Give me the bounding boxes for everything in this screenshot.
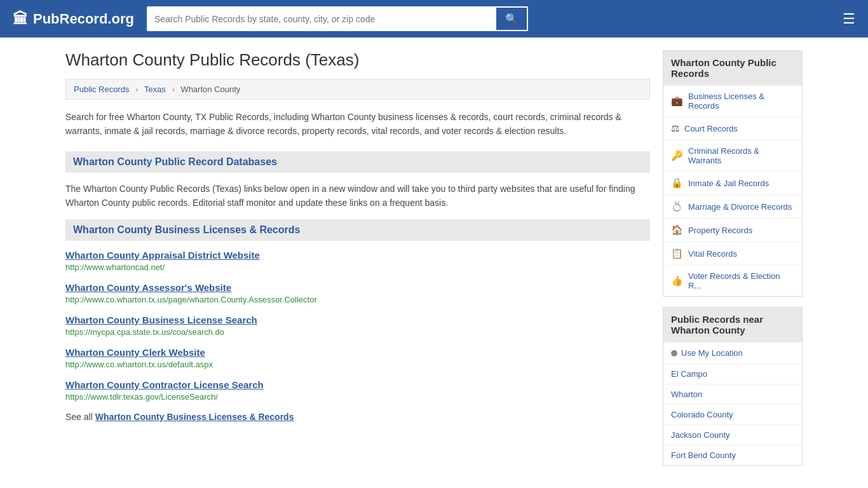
sidebar-label-voter: Voter Records & Election R... xyxy=(688,271,794,290)
marriage-icon: 💍 xyxy=(671,201,683,212)
search-input[interactable] xyxy=(147,6,496,31)
criminal-icon: 🔑 xyxy=(671,150,683,161)
nearby-link-0[interactable]: El Campo xyxy=(663,364,802,384)
sidebar-county-title: Wharton County Public Records xyxy=(663,51,802,85)
sidebar-link-court[interactable]: ⚖ Court Records xyxy=(663,117,802,140)
content-area: Wharton County Public Records (Texas) Pu… xyxy=(65,50,650,476)
vital-icon: 📋 xyxy=(671,248,683,259)
breadcrumb: Public Records › Texas › Wharton County xyxy=(65,79,650,100)
record-title-0[interactable]: Wharton County Appraisal District Websit… xyxy=(65,250,650,261)
voter-icon: 👍 xyxy=(671,275,683,287)
breadcrumb-public-records[interactable]: Public Records xyxy=(74,85,129,94)
business-icon: 💼 xyxy=(671,95,683,107)
record-url-1[interactable]: http://www.co.wharton.tx.us/page/wharton… xyxy=(65,295,650,304)
logo-text: PubRecord.org xyxy=(33,11,134,27)
breadcrumb-sep-2: › xyxy=(172,85,174,94)
sidebar-link-property[interactable]: 🏠 Property Records xyxy=(663,219,802,241)
nearby-item-3[interactable]: Jackson County xyxy=(663,424,802,445)
sidebar-link-business[interactable]: 💼 Business Licenses & Records xyxy=(663,86,802,116)
sidebar-item-inmate[interactable]: 🔒 Inmate & Jail Records xyxy=(663,171,802,194)
main-container: Wharton County Public Records (Texas) Pu… xyxy=(53,37,815,488)
sidebar-link-criminal[interactable]: 🔑 Criminal Records & Warrants xyxy=(663,140,802,171)
record-entry-0: Wharton County Appraisal District Websit… xyxy=(65,250,650,272)
business-section-header: Wharton County Business Licenses & Recor… xyxy=(65,219,650,241)
sidebar-item-court[interactable]: ⚖ Court Records xyxy=(663,116,802,140)
sidebar-label-court: Court Records xyxy=(684,124,738,133)
record-url-2[interactable]: https://mycpa.cpa.state.tx.us/coa/search… xyxy=(65,327,650,337)
see-all-text: See all Wharton County Business Licenses… xyxy=(65,412,650,422)
use-location-link[interactable]: Use My Location xyxy=(663,342,802,363)
record-entry-4: Wharton County Contractor License Search… xyxy=(65,379,650,402)
nearby-link-2[interactable]: Colorado County xyxy=(663,405,802,424)
sidebar-link-voter[interactable]: 👍 Voter Records & Election R... xyxy=(663,266,802,296)
db-section-desc: The Wharton County Public Records (Texas… xyxy=(65,182,650,210)
page-description: Search for free Wharton County, TX Publi… xyxy=(65,110,650,139)
location-icon xyxy=(671,350,677,356)
sidebar-item-marriage[interactable]: 💍 Marriage & Divorce Records xyxy=(663,194,802,218)
record-url-3[interactable]: http://www.co.wharton.tx.us/default.aspx xyxy=(65,360,650,369)
record-title-4[interactable]: Wharton County Contractor License Search xyxy=(65,379,650,390)
see-all-link[interactable]: Wharton County Business Licenses & Recor… xyxy=(95,412,294,422)
sidebar-county-section: Wharton County Public Records 💼 Business… xyxy=(663,50,803,297)
breadcrumb-texas[interactable]: Texas xyxy=(144,85,166,94)
breadcrumb-current: Wharton County xyxy=(180,85,240,94)
nearby-link-1[interactable]: Wharton xyxy=(663,384,802,404)
menu-button[interactable]: ☰ xyxy=(843,11,855,27)
record-entry-1: Wharton County Assessor's Website http:/… xyxy=(65,282,650,304)
nearby-link-4[interactable]: Fort Bend County xyxy=(663,445,802,465)
nearby-list: El Campo Wharton Colorado County Jackson… xyxy=(663,363,802,465)
sidebar-link-inmate[interactable]: 🔒 Inmate & Jail Records xyxy=(663,172,802,194)
page-title: Wharton County Public Records (Texas) xyxy=(65,50,650,70)
sidebar-link-vital[interactable]: 📋 Vital Records xyxy=(663,242,802,265)
nearby-item-2[interactable]: Colorado County xyxy=(663,404,802,424)
site-header: 🏛 PubRecord.org 🔍 ☰ xyxy=(0,0,868,37)
nearby-item-1[interactable]: Wharton xyxy=(663,384,802,404)
sidebar-label-marriage: Marriage & Divorce Records xyxy=(688,202,792,212)
site-logo[interactable]: 🏛 PubRecord.org xyxy=(13,10,134,28)
court-icon: ⚖ xyxy=(671,123,679,134)
record-title-1[interactable]: Wharton County Assessor's Website xyxy=(65,282,650,293)
record-entry-2: Wharton County Business License Search h… xyxy=(65,315,650,337)
search-icon: 🔍 xyxy=(505,13,518,24)
db-section-header: Wharton County Public Record Databases xyxy=(65,151,650,173)
search-container: 🔍 xyxy=(147,6,528,31)
use-location-label: Use My Location xyxy=(681,348,743,358)
sidebar-nearby-title: Public Records near Wharton County xyxy=(663,308,802,342)
property-icon: 🏠 xyxy=(671,224,683,236)
record-url-0[interactable]: http://www.whartoncad.net/ xyxy=(65,262,650,272)
sidebar-label-inmate: Inmate & Jail Records xyxy=(688,179,769,188)
nearby-link-3[interactable]: Jackson County xyxy=(663,425,802,445)
sidebar-item-voter[interactable]: 👍 Voter Records & Election R... xyxy=(663,265,802,296)
logo-icon: 🏛 xyxy=(13,10,28,28)
record-url-4[interactable]: https://www.tdlr.texas.gov/LicenseSearch… xyxy=(65,392,650,402)
nearby-item-0[interactable]: El Campo xyxy=(663,363,802,384)
sidebar-label-criminal: Criminal Records & Warrants xyxy=(688,146,794,165)
sidebar-item-criminal[interactable]: 🔑 Criminal Records & Warrants xyxy=(663,140,802,171)
record-title-3[interactable]: Wharton County Clerk Website xyxy=(65,347,650,358)
sidebar: Wharton County Public Records 💼 Business… xyxy=(663,50,803,476)
sidebar-label-business: Business Licenses & Records xyxy=(688,92,794,111)
sidebar-label-vital: Vital Records xyxy=(688,249,737,259)
sidebar-nearby-section: Public Records near Wharton County Use M… xyxy=(663,307,803,466)
record-title-2[interactable]: Wharton County Business License Search xyxy=(65,315,650,325)
sidebar-item-vital[interactable]: 📋 Vital Records xyxy=(663,241,802,265)
search-button[interactable]: 🔍 xyxy=(496,6,528,31)
nearby-item-4[interactable]: Fort Bend County xyxy=(663,445,802,465)
inmate-icon: 🔒 xyxy=(671,177,683,189)
menu-icon: ☰ xyxy=(843,11,855,27)
sidebar-link-marriage[interactable]: 💍 Marriage & Divorce Records xyxy=(663,195,802,218)
sidebar-item-business[interactable]: 💼 Business Licenses & Records xyxy=(663,85,802,116)
sidebar-label-property: Property Records xyxy=(688,226,752,235)
record-entry-3: Wharton County Clerk Website http://www.… xyxy=(65,347,650,369)
sidebar-county-list: 💼 Business Licenses & Records ⚖ Court Re… xyxy=(663,85,802,296)
breadcrumb-sep-1: › xyxy=(135,85,138,94)
sidebar-item-property[interactable]: 🏠 Property Records xyxy=(663,218,802,241)
